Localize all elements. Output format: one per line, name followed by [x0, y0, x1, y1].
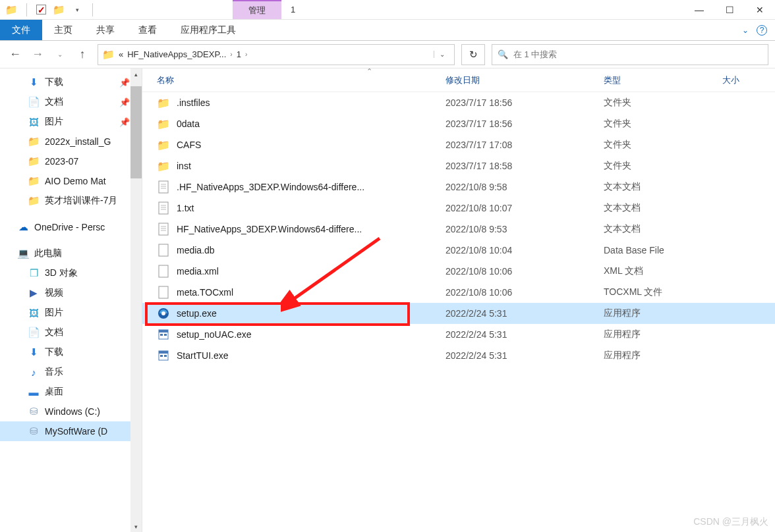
file-tab[interactable]: 文件 — [0, 20, 42, 40]
file-type: Data Base File — [604, 245, 722, 255]
sidebar-item-this-pc[interactable]: 💻 此电脑 — [0, 244, 142, 263]
file-date: 2022/2/24 5:31 — [445, 329, 604, 340]
watermark: CSDN @三月枫火 — [693, 516, 768, 528]
properties-icon[interactable]: ✓ — [36, 5, 46, 14]
exe-icon — [157, 328, 170, 341]
file-row[interactable]: setup.exe2022/2/24 5:31应用程序 — [142, 303, 775, 324]
file-row[interactable]: media.db2022/10/8 10:04Data Base File — [142, 240, 775, 261]
help-icon[interactable]: ? — [757, 25, 767, 36]
file-row[interactable]: HF_NativeApps_3DEXP.Windows64-differe...… — [142, 219, 775, 240]
svg-rect-20 — [164, 334, 167, 336]
file-type: 文本文档 — [604, 223, 722, 235]
file-row[interactable]: 📁0data2023/7/17 18:56文件夹 — [142, 113, 775, 134]
ribbon-tabs: 文件 主页 共享 查看 应用程序工具 ⌄ ? — [0, 20, 775, 41]
file-row[interactable]: setup_noUAC.exe2022/2/24 5:31应用程序 — [142, 324, 775, 345]
installer-icon — [157, 307, 170, 320]
sidebar-scrollbar[interactable]: ▴ ▾ — [130, 68, 142, 532]
file-name: .HF_NativeApps_3DEXP.Windows64-differe..… — [177, 182, 364, 192]
sidebar-item-label: 桌面 — [45, 386, 63, 398]
file-row[interactable]: media.xml2022/10/8 10:06XML 文档 — [142, 261, 775, 282]
manage-tab[interactable]: 管理 — [233, 0, 281, 19]
cloud-icon: ☁ — [17, 221, 29, 233]
sidebar-item[interactable]: ⬇下载 — [0, 342, 142, 362]
search-box[interactable]: 🔍 在 1 中搜索 — [492, 44, 768, 65]
minimize-button[interactable]: — — [684, 0, 714, 20]
scroll-down-icon[interactable]: ▾ — [130, 521, 142, 532]
forward-button[interactable]: → — [29, 46, 46, 63]
search-icon: 🔍 — [498, 49, 508, 59]
sidebar-item[interactable]: 🖼图片📌 — [0, 112, 142, 132]
column-header-date[interactable]: 修改日期 — [445, 74, 604, 86]
sidebar-item[interactable]: ▶视频 — [0, 283, 142, 303]
svg-point-16 — [161, 311, 165, 315]
sidebar-item[interactable]: ♪音乐 — [0, 362, 142, 382]
new-folder-icon[interactable]: 📁 — [53, 4, 65, 16]
pc-icon: 💻 — [17, 248, 29, 259]
ribbon-expand-icon[interactable]: ⌄ — [742, 26, 749, 35]
scroll-up-icon[interactable]: ▴ — [130, 68, 142, 80]
sidebar-item[interactable]: ⛁Windows (C:) — [0, 402, 142, 421]
item-icon: ▬ — [28, 386, 40, 398]
file-row[interactable]: 📁.instfiles2023/7/17 18:56文件夹 — [142, 92, 775, 113]
sidebar-item[interactable]: ⛁MySoftWare (D — [0, 421, 142, 441]
sidebar-item[interactable]: ⬇下载📌 — [0, 72, 142, 92]
close-button[interactable]: ✕ — [745, 0, 775, 20]
file-icon — [157, 286, 170, 299]
item-icon: ⬇ — [28, 76, 40, 88]
search-placeholder: 在 1 中搜索 — [513, 49, 557, 61]
app-tools-tab[interactable]: 应用程序工具 — [169, 20, 248, 40]
file-type: 应用程序 — [604, 329, 722, 340]
sidebar-item[interactable]: 🖼图片 — [0, 303, 142, 323]
pin-icon: 📌 — [119, 78, 130, 88]
refresh-button[interactable]: ↻ — [461, 44, 485, 65]
sidebar-item[interactable]: 📄文档📌 — [0, 92, 142, 112]
breadcrumb-2[interactable]: 1 — [237, 49, 241, 59]
file-row[interactable]: 📁CAFS2023/7/17 17:08文件夹 — [142, 134, 775, 155]
file-name: .instfiles — [177, 97, 210, 108]
column-header-type[interactable]: 类型 — [604, 74, 722, 86]
file-row[interactable]: StartTUI.exe2022/2/24 5:31应用程序 — [142, 345, 775, 366]
folder-icon: 📁 — [157, 96, 170, 109]
file-row[interactable]: 📁inst2023/7/17 18:58文件夹 — [142, 155, 775, 176]
sidebar-item-onedrive[interactable]: ☁ OneDrive - Persc — [0, 217, 142, 237]
column-header-size[interactable]: 大小 — [722, 74, 775, 86]
sidebar-item[interactable]: 📁2023-07 — [0, 151, 142, 171]
item-icon: 🖼 — [28, 307, 40, 319]
svg-rect-22 — [159, 351, 168, 354]
sidebar-item[interactable]: 📁AIO Demo Mat — [0, 171, 142, 191]
file-name: 1.txt — [177, 203, 194, 213]
share-tab[interactable]: 共享 — [84, 20, 127, 40]
file-type: XML 文档 — [604, 265, 722, 277]
sidebar-item[interactable]: 📁2022x_install_G — [0, 132, 142, 151]
divider — [92, 3, 93, 16]
scrollbar-thumb[interactable] — [130, 86, 142, 178]
view-tab[interactable]: 查看 — [127, 20, 169, 40]
file-row[interactable]: .HF_NativeApps_3DEXP.Windows64-differe..… — [142, 176, 775, 198]
up-button[interactable]: ↑ — [74, 46, 91, 63]
file-list: 📁.instfiles2023/7/17 18:56文件夹📁0data2023/… — [142, 92, 775, 366]
file-type: 文本文档 — [604, 181, 722, 193]
sidebar-item-label: 下载 — [45, 346, 63, 358]
address-bar[interactable]: 📁 « HF_NativeApps_3DEXP... › 1 › ⌄ — [98, 44, 455, 65]
sidebar-item[interactable]: ▬桌面 — [0, 382, 142, 402]
chevron-right-icon[interactable]: › — [230, 51, 232, 58]
column-header-name[interactable]: 名称 — [142, 74, 445, 86]
sidebar-item[interactable]: 📁英才培训课件-7月 — [0, 191, 142, 211]
folder-icon[interactable]: 📁 — [5, 4, 17, 16]
sidebar-item-label: Windows (C:) — [45, 406, 100, 417]
qat-dropdown-icon[interactable]: ▾ — [71, 4, 83, 16]
home-tab[interactable]: 主页 — [42, 20, 84, 40]
back-button[interactable]: ← — [7, 46, 24, 63]
sidebar-item[interactable]: ❒3D 对象 — [0, 263, 142, 283]
recent-locations-icon[interactable]: ⌄ — [51, 46, 69, 63]
breadcrumb-1[interactable]: HF_NativeApps_3DEXP... — [127, 49, 226, 59]
item-icon: ⬇ — [28, 346, 40, 358]
file-row[interactable]: meta.TOCxml2022/10/8 10:06TOCXML 文件 — [142, 282, 775, 303]
file-date: 2023/7/17 18:56 — [445, 119, 604, 129]
chevron-right-icon[interactable]: › — [245, 51, 247, 58]
maximize-button[interactable]: ☐ — [714, 0, 745, 20]
file-name: meta.TOCxml — [177, 287, 233, 298]
file-row[interactable]: 1.txt2022/10/8 10:07文本文档 — [142, 198, 775, 219]
address-history-icon[interactable]: ⌄ — [434, 51, 450, 58]
sidebar-item[interactable]: 📄文档 — [0, 323, 142, 342]
